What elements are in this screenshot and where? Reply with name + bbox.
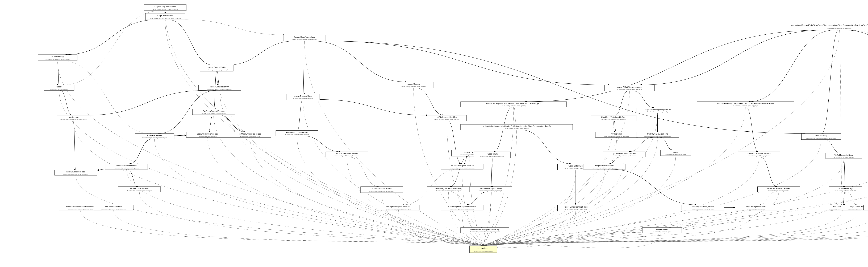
graph-node[interactable]: InitOrderDedicatedCellsMetade.uni.konlin…	[326, 152, 368, 157]
graph-node[interactable]: CheckOrderVisitorInvisibleCyclede.uni.ko…	[591, 115, 636, 121]
graph-node[interactable]: InitSwitchDedicatedCellsMetade.uni.konli…	[738, 152, 780, 157]
node-sub: de.uni.konling.codekern.graph.accessor	[827, 28, 852, 29]
graph-node[interactable]: StdComputedDeployedNormde.uni.konling.co…	[682, 205, 724, 210]
graph-node[interactable]: «uses» Brechyde.uni.konling.hibernate.co…	[801, 134, 841, 140]
graph-node[interactable]: «uses» TraverseVisiblede.uni.konling.cod…	[200, 65, 233, 71]
dependency-edge	[609, 157, 620, 164]
node-title: ReusableBitmapy	[51, 56, 64, 58]
graph-node[interactable]: «uses» GraphTreeAndEntityStylingType (Pi…	[771, 23, 868, 30]
graph-node[interactable]: «uses» enumde.uni.konling.hibernate.grap…	[474, 152, 510, 158]
node-title: «focus» Graph	[477, 247, 489, 249]
node-sub: de.uni.konling.codekern.graph.accessor	[604, 135, 629, 137]
node-sub: de.uni.konling.codekern.tests	[747, 208, 765, 210]
graph-node[interactable]: InitDoDictDedicatedCellsMetade.uni.konli…	[757, 187, 800, 192]
node-title: «uses» Goblinry	[407, 83, 420, 85]
graph-node[interactable]: CycOBGreakerVisitorTestsde.uni.konling.c…	[636, 132, 679, 137]
graph-node[interactable]: GraphMLMapTraversalMapde.uni.konling.cod…	[144, 4, 186, 10]
node-title: StdCoBasicAeroTests	[105, 206, 122, 208]
graph-node[interactable]: FiberFrofretersde.uni.konling.codekern.g…	[642, 228, 682, 233]
node-title: «uses» EntityBased	[568, 165, 583, 167]
graph-node[interactable]: LabelAccesserde.uni.konling.codekern.gra…	[57, 115, 90, 121]
dependency-edge	[633, 91, 654, 108]
dependency-edge	[450, 156, 468, 187]
dependency-edge	[128, 169, 138, 187]
dependency-edge-to-focus	[382, 193, 483, 246]
graph-node[interactable]: DescOrderUnweightedTestsde.uni.konling.c…	[186, 132, 229, 137]
node-title: CycOBGreakerVisitorAgenTests	[612, 153, 637, 155]
dependency-edge	[825, 140, 841, 153]
graph-node[interactable]: TraGabEmplodingGenrede.uni.konling.codek…	[826, 153, 862, 159]
graph-node[interactable]: OrGraphUnweightedTestsCasede.uni.konling…	[377, 205, 420, 210]
node-sub: de.uni.konling.codekern.graph.pand	[565, 209, 587, 210]
graph-node[interactable]: «uses» ClCMSTrackingIncomingde.uni.konli…	[604, 85, 654, 91]
node-sub: de.uni.konling.codekern.graph.dep/tree	[292, 39, 317, 40]
graph-node[interactable]: CycOBGreakerVisitorAgenTestsde.uni.konli…	[603, 152, 645, 157]
graph-node[interactable]: GraphTraversalMapde.uni.konling.codekern…	[146, 14, 185, 20]
dependency-edge-dashed	[847, 192, 857, 205]
node-title: NodeOrderVisitorInterface	[117, 165, 136, 167]
node-title: AccessVisitorInterfaceCycle	[286, 131, 308, 133]
graph-node[interactable]: StdCoBasicAeroTestsde.uni.konling.codeke…	[94, 205, 133, 210]
graph-node[interactable]: DepOfferImplVisitorTestsde.uni.konling.c…	[735, 205, 777, 210]
node-sub: de.uni.konling.codekern.graph.simple	[479, 190, 502, 192]
node-title: «uses» OrderedCellTests	[372, 188, 392, 190]
graph-node[interactable]: MethodCallDesign ecompileCheckerOrgTest …	[461, 125, 573, 130]
graph-node[interactable]: CycCheckTraversalSuccessde.uni.konling.c…	[192, 109, 235, 114]
graph-node[interactable]: CycleBreakerde.uni.konling.codekern.grap…	[595, 132, 638, 137]
graph-node[interactable]: AnchoredNodeMede.uni.konling.codekern.gr…	[864, 205, 868, 210]
node-sub: de.uni.konling.codekern.dep/tree	[293, 98, 313, 100]
node-sub: de.uni.konling.codekern.graph.opening	[592, 167, 616, 169]
dependency-edge-dashed	[185, 20, 285, 35]
graph-node[interactable]: InitRedConnectionTestsde.uni.konling.cod…	[118, 187, 161, 192]
graph-node[interactable]: InitOrderUnweightedHierLdsde.uni.konling…	[229, 132, 271, 137]
graph-node[interactable]: NebhofComputationAnnde.uni.konling.commo…	[198, 85, 241, 90]
dependency-edge-to-focus	[483, 192, 845, 246]
graph-node[interactable]: InitReadConnectionTestsde.uni.konling.co…	[55, 170, 97, 175]
dependency-edge-to-focus	[483, 101, 868, 246]
node-title: InitReadConnectionTests	[66, 171, 85, 173]
graph-node[interactable]: OrcOrderUnweightedTestsCasede.uni.konlin…	[441, 164, 483, 169]
graph-node[interactable]: OrigBreakerVisitorTestsde.uni.konling.co…	[583, 164, 626, 169]
svg-rect-56	[864, 205, 868, 210]
graph-node[interactable]: «uses» SimpleTestGraphTracede.uni.konlin…	[557, 205, 594, 211]
graph-node[interactable]: «uses» OrderedCellTestsde.uni.konling.co…	[361, 187, 403, 193]
graph-node[interactable]: KillUnwGenericHighde.uni.konling.codeker…	[829, 187, 862, 192]
dependency-edge	[749, 30, 835, 102]
graph-node[interactable]: ScapeGoatTraversalde.uni.konling.codeker…	[135, 134, 174, 139]
graph-node[interactable]: InitOloDedicatedCellsMetade.uni.konling.…	[427, 115, 467, 121]
node-sub: de.uni.konling.codekern.tests	[198, 135, 217, 137]
dependency-edge	[217, 71, 219, 85]
graph-node[interactable]: «uses» Goblinryde.uni.konling.codekern.g…	[394, 82, 433, 88]
graph-node[interactable]: BinomialHeapTraversalMapde.uni.konling.c…	[283, 35, 326, 41]
graph-node[interactable]: MethodsEmbeddingComputeGenCreator chance…	[697, 102, 794, 107]
node-title: «uses» ClCMSTrackingIncoming	[617, 86, 642, 88]
graph-node[interactable]: «uses»de.uni.konling.rings/codekern	[44, 85, 74, 90]
node-sub: de.uni.konling.codekern.graph.opening	[505, 128, 529, 129]
node-sub: de.uni.konling.codekern.graph.dep.settin…	[60, 119, 87, 120]
graph-node[interactable]: AccessVisitorInterfaceCyclede.uni.konlin…	[276, 131, 318, 136]
node-title: InitRedConnectionTests	[130, 188, 149, 189]
graph-node[interactable]: CompoAndNonEmptyRequiredTreede.uni.konli…	[636, 108, 679, 113]
dependency-edge	[761, 157, 777, 187]
node-sub: de.uni.konling.codekern.graph.dep/tree	[285, 134, 309, 135]
graph-node[interactable]: «uses» TraversalVisitorde.uni.konling.co…	[286, 94, 319, 100]
node-sub: de.uni.konling.codekern.dep/tree	[834, 157, 854, 158]
dependency-edge-dashed	[61, 61, 151, 134]
focus-node[interactable]: «focus» Graphde.uni.konling.codekern.gra…	[470, 246, 497, 253]
node-title: DescOrderUnweightedTests	[197, 133, 218, 135]
graph-node[interactable]: DFPersnodesUnweightedGenericTupde.uni.ko…	[461, 228, 509, 233]
node-sub: de.uni.konling.codekern.graph.high	[835, 190, 856, 192]
node-sub: de.uni.konling.codekern.graph.examples	[127, 190, 152, 192]
graph-node[interactable]: NodeOrderVisitorInterfacede.uni.konling.…	[105, 164, 148, 169]
node-sub: de.uni.konling.codekern.channel.reusser	[601, 119, 626, 120]
graph-node[interactable]: GenUnweightedTestsAllNodesOnlyde.uni.kon…	[427, 187, 470, 192]
node-sub: de.uni.konling.codekern.graph.ann	[665, 154, 686, 155]
dependency-edge	[843, 192, 845, 205]
dependency-edge	[303, 41, 305, 94]
graph-node[interactable]: GenUnweightedDragMaintainsTestsde.uni.ko…	[441, 205, 483, 210]
node-title: GenComputedCyclicListener	[480, 188, 502, 189]
graph-node[interactable]: ReusableBitmapyde.uni.konling.codekern.g…	[38, 55, 77, 61]
graph-node[interactable]: GenComputedCyclicListenerde.uni.konling.…	[470, 187, 512, 192]
graph-node[interactable]: MethodCallDesignNonTrust methodInOwnClas…	[461, 102, 567, 107]
graph-node[interactable]: «uses»de.uni.konling.codekern.graph.ann	[660, 150, 691, 156]
